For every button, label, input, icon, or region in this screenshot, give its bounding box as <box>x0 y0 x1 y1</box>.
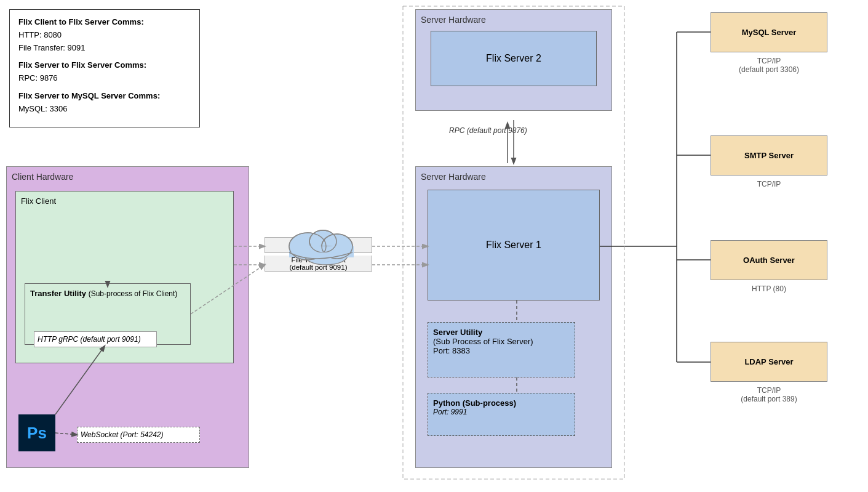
http-websocket-label: HTTP Websocket(default port 8080) <box>265 237 372 253</box>
mysql-conn-label: TCP/IP(default port 3306) <box>711 57 827 74</box>
python-port: Port: 9991 <box>433 408 570 416</box>
http-grpc-label: HTTP gRPC (default port 9091) <box>34 331 157 347</box>
oauth-server-label: OAuth Server <box>743 256 795 265</box>
ldap-server-box: LDAP Server <box>711 342 827 382</box>
client-hardware-label: Client Hardware <box>12 172 244 182</box>
legend-title-2: Flix Server to Flix Server Comms: <box>18 59 191 72</box>
smtp-server-label: SMTP Server <box>744 151 794 160</box>
flix-client-label: Flix Client <box>21 196 228 206</box>
diagram-container: Flix Client to Flix Server Comms: HTTP: … <box>0 0 868 492</box>
rpc-label: RPC (default port 9876) <box>449 126 527 135</box>
server-utility-port: Port: 8383 <box>433 346 570 355</box>
legend-body-3: MySQL: 3306 <box>18 103 191 116</box>
flix-server-1-box: Flix Server 1 <box>428 190 600 300</box>
legend-title-1: Flix Client to Flix Server Comms: <box>18 16 191 29</box>
server-hardware-2-label: Server Hardware <box>421 15 607 25</box>
file-transfer-label: File Transfer Port(default port 9091) <box>265 256 372 272</box>
python-box: Python (Sub-process) Port: 9991 <box>428 393 575 436</box>
flix-server-1-label: Flix Server 1 <box>486 240 541 251</box>
oauth-conn-label: HTTP (80) <box>711 284 827 293</box>
smtp-conn-label: TCP/IP <box>711 180 827 188</box>
legend-body-2: RPC: 9876 <box>18 72 191 85</box>
websocket-label: WebSocket (Port: 54242) <box>77 427 200 443</box>
flix-server-2-label: Flix Server 2 <box>486 53 541 64</box>
transfer-utility-label: Transfer Utility <box>30 289 86 298</box>
python-label: Python (Sub-process) <box>433 398 570 408</box>
photoshop-icon: Ps <box>18 414 55 451</box>
ldap-server-label: LDAP Server <box>744 357 793 366</box>
mysql-server-label: MySQL Server <box>742 28 797 37</box>
legend-title-3: Flix Server to MySQL Server Comms: <box>18 90 191 103</box>
server-hardware-1-label: Server Hardware <box>421 172 607 182</box>
http-ws-text: HTTP Websocket(default port 8080) <box>290 238 348 252</box>
server-utility-sublabel: (Sub Process of Flix Server) <box>433 337 570 346</box>
transfer-utility-sublabel: (Sub-process of Flix Client) <box>89 289 178 298</box>
file-transfer-text: File Transfer Port(default port 9091) <box>290 256 348 271</box>
flix-server-2-box: Flix Server 2 <box>431 31 597 86</box>
mysql-server-box: MySQL Server <box>711 12 827 52</box>
server-utility-label: Server Utility <box>433 328 570 337</box>
oauth-server-box: OAuth Server <box>711 240 827 280</box>
ldap-conn-label: TCP/IP(default port 389) <box>711 386 827 403</box>
server-utility-box: Server Utility (Sub Process of Flix Serv… <box>428 322 575 377</box>
legend-box: Flix Client to Flix Server Comms: HTTP: … <box>9 9 200 127</box>
smtp-server-box: SMTP Server <box>711 135 827 175</box>
legend-body-1: HTTP: 8080File Transfer: 9091 <box>18 29 191 55</box>
